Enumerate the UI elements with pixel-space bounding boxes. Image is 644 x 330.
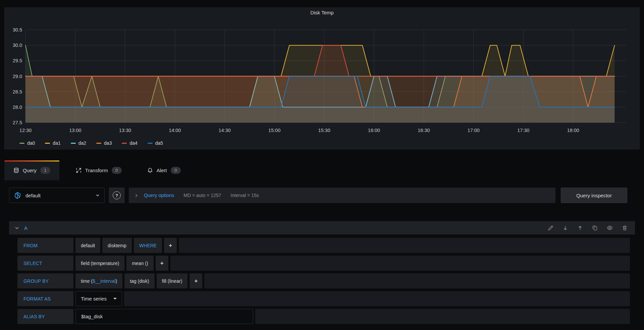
query-ref-id: A <box>24 225 28 231</box>
legend-swatch <box>96 143 101 144</box>
arrow-down-icon[interactable] <box>562 225 568 231</box>
tab-query[interactable]: Query 1 <box>4 160 59 180</box>
row-filler <box>204 273 630 288</box>
timeseries-chart[interactable]: 12:3013:0013:3014:0014:3015:0015:3016:00… <box>5 8 639 138</box>
svg-text:15:30: 15:30 <box>318 128 330 133</box>
tab-transform[interactable]: Transform 0 <box>67 160 131 180</box>
from-label: FROM <box>17 238 73 253</box>
svg-text:14:00: 14:00 <box>169 128 181 133</box>
bell-icon <box>147 168 153 173</box>
svg-text:28.0: 28.0 <box>13 105 22 110</box>
add-where-button[interactable]: + <box>164 238 177 253</box>
trash-icon[interactable] <box>622 225 628 231</box>
svg-text:17:30: 17:30 <box>517 128 529 133</box>
svg-text:17:00: 17:00 <box>468 128 480 133</box>
format-as-dropdown[interactable]: Time series <box>75 291 122 306</box>
from-policy-segment[interactable]: default <box>75 238 100 253</box>
svg-text:18:00: 18:00 <box>567 128 579 133</box>
edit-icon[interactable] <box>548 225 553 231</box>
copy-icon[interactable] <box>592 225 598 231</box>
time-suffix: ) <box>116 278 117 284</box>
svg-text:13:30: 13:30 <box>119 128 131 133</box>
chevron-down-icon <box>113 298 117 300</box>
query-row-select: SELECT field (temperature) mean () + <box>17 256 630 271</box>
datasource-help-button[interactable]: ? <box>109 188 124 203</box>
svg-text:28.5: 28.5 <box>13 89 22 94</box>
legend-swatch <box>19 143 24 144</box>
tab-alert[interactable]: Alert 0 <box>138 160 190 180</box>
datasource-name: default <box>25 193 41 198</box>
legend-label: da1 <box>53 140 60 146</box>
legend-swatch <box>45 143 50 144</box>
editor-tabs: Query 1 Transform 0 Alert 0 <box>4 160 190 180</box>
groupby-fill-segment[interactable]: fill (linear) <box>157 273 188 288</box>
alert-count-badge: 0 <box>171 167 181 174</box>
row-filler <box>124 291 630 306</box>
query-inspector-button[interactable]: Query inspector <box>561 188 627 203</box>
svg-text:29.0: 29.0 <box>13 74 22 79</box>
svg-text:12:30: 12:30 <box>19 128 32 133</box>
collapse-chevron-icon[interactable] <box>14 225 19 230</box>
format-as-value: Time series <box>81 296 107 302</box>
max-data-points-value: MD = auto = 1257 <box>183 193 221 198</box>
interval-value: Interval = 15s <box>230 193 259 198</box>
legend-swatch <box>148 143 153 144</box>
transform-icon <box>76 168 82 173</box>
row-filler <box>179 238 630 253</box>
influxdb-logo-icon <box>14 192 21 199</box>
add-select-button[interactable]: + <box>156 256 168 271</box>
tab-alert-label: Alert <box>157 168 167 173</box>
svg-text:16:00: 16:00 <box>368 128 380 133</box>
query-row-groupby: GROUP BY time ($__interval) tag (disk) f… <box>17 273 630 288</box>
help-icon: ? <box>113 191 121 199</box>
legend-swatch <box>71 143 76 144</box>
row-filler <box>255 309 630 324</box>
where-button[interactable]: WHERE <box>134 238 162 253</box>
query-options-bar: Query options MD = auto = 1257 Interval … <box>129 188 555 203</box>
legend-label: da4 <box>129 140 137 146</box>
query-count-badge: 1 <box>40 167 50 174</box>
legend-item-da3[interactable]: da3 <box>96 140 112 146</box>
legend-label: da0 <box>27 140 35 146</box>
select-mean-segment[interactable]: mean () <box>126 256 153 271</box>
add-groupby-button[interactable]: + <box>190 273 202 288</box>
legend-item-da5[interactable]: da5 <box>148 140 163 146</box>
groupby-time-segment[interactable]: time ($__interval) <box>75 273 122 288</box>
alias-by-input[interactable] <box>75 309 253 324</box>
svg-text:27.5: 27.5 <box>13 120 22 125</box>
arrow-up-icon[interactable] <box>577 225 583 231</box>
chevron-down-icon <box>95 193 100 198</box>
query-row-alias: ALIAS BY <box>17 309 630 324</box>
alias-by-label: ALIAS BY <box>17 309 73 324</box>
legend-item-da4[interactable]: da4 <box>122 140 137 146</box>
query-row-header[interactable]: A <box>9 221 635 235</box>
row-filler <box>170 256 630 271</box>
legend-label: da3 <box>104 140 112 146</box>
svg-text:16:30: 16:30 <box>418 128 430 133</box>
legend-item-da1[interactable]: da1 <box>45 140 60 146</box>
eye-icon[interactable] <box>607 225 613 231</box>
legend-swatch <box>122 143 127 144</box>
legend-item-da2[interactable]: da2 <box>71 140 86 146</box>
tab-query-label: Query <box>23 168 37 173</box>
database-icon <box>13 168 19 173</box>
legend-item-da0[interactable]: da0 <box>19 140 35 146</box>
query-actions <box>548 225 630 231</box>
svg-text:30.5: 30.5 <box>13 27 22 32</box>
svg-text:15:00: 15:00 <box>268 128 280 133</box>
query-options-toggle[interactable]: Query options <box>144 193 174 198</box>
tab-transform-label: Transform <box>85 168 108 173</box>
from-measurement-segment[interactable]: disktemp <box>102 238 132 253</box>
svg-text:13:00: 13:00 <box>69 128 81 133</box>
svg-text:30.0: 30.0 <box>13 43 22 48</box>
query-row-from: FROM default disktemp WHERE + <box>17 238 630 253</box>
legend-label: da2 <box>78 140 86 146</box>
chart-legend: da0da1da2da3da4da5 <box>19 139 163 147</box>
disk-temp-panel: Disk Temp 12:3013:0013:3014:0014:3015:00… <box>4 7 640 149</box>
datasource-picker[interactable]: default <box>9 188 105 203</box>
svg-text:14:30: 14:30 <box>219 128 231 133</box>
select-field-segment[interactable]: field (temperature) <box>75 256 124 271</box>
time-prefix: time ( <box>81 278 93 284</box>
groupby-tag-segment[interactable]: tag (disk) <box>124 273 155 288</box>
format-as-label: FORMAT AS <box>17 291 73 306</box>
